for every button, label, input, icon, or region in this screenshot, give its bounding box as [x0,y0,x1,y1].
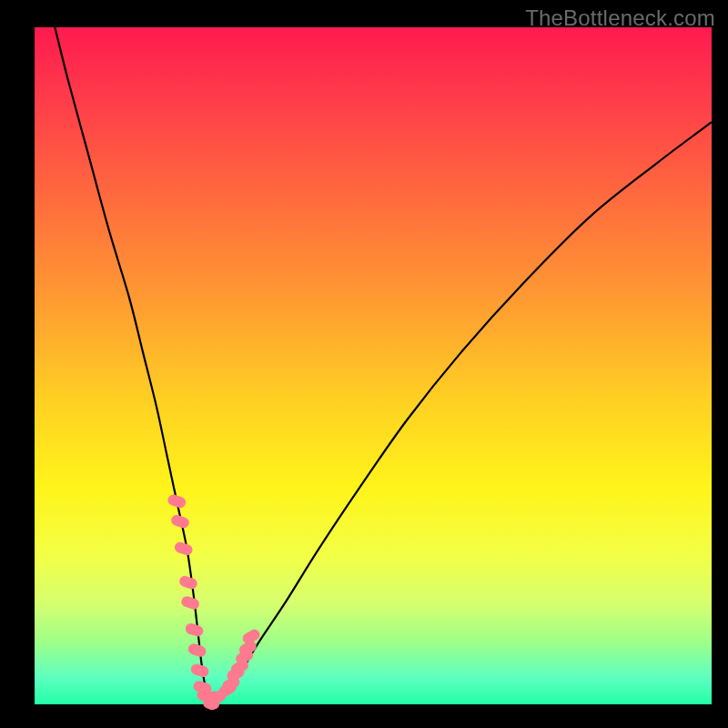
watermark-text: TheBottleneck.com [525,5,715,31]
marker-point [167,493,187,510]
marker-point [184,622,205,638]
marker-point [187,642,207,659]
chart-frame: TheBottleneck.com [0,0,728,728]
marker-point [173,541,194,557]
bottleneck-curve [55,27,712,703]
marker-point [180,595,201,612]
marker-point [189,662,210,679]
marker-point [178,574,199,591]
marker-group [167,493,262,710]
plot-area [35,27,712,704]
chart-svg [35,27,712,704]
marker-point [170,513,191,530]
